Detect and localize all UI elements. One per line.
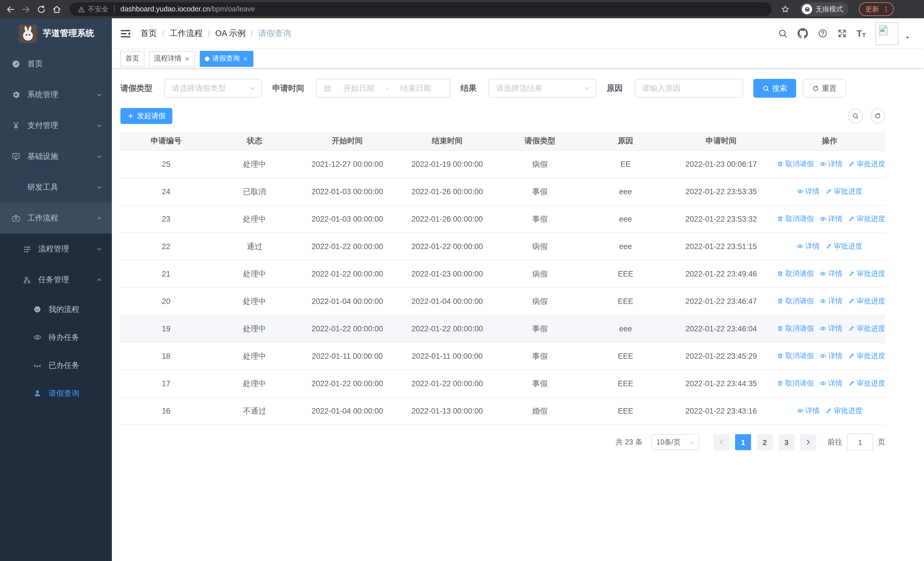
approval-progress-link[interactable]: 审批进度 bbox=[848, 379, 885, 388]
sidebar-item-首页[interactable]: 首页 bbox=[0, 48, 112, 80]
sidebar-item-请假查询[interactable]: 请假查询 bbox=[0, 379, 112, 407]
sidebar-collapse-icon[interactable] bbox=[120, 28, 131, 39]
page-button-3[interactable]: 3 bbox=[778, 434, 795, 450]
reset-button[interactable]: 重置 bbox=[803, 79, 846, 98]
cancel-leave-link[interactable]: 取消请假 bbox=[777, 214, 814, 224]
sidebar-item-支付管理[interactable]: 支付管理 bbox=[0, 110, 112, 141]
detail-link[interactable]: 详情 bbox=[819, 379, 842, 388]
sidebar-item-流程管理[interactable]: 流程管理 bbox=[0, 234, 112, 265]
trash-icon bbox=[777, 353, 784, 359]
refresh-table-button[interactable] bbox=[870, 108, 885, 123]
detail-link[interactable]: 详情 bbox=[819, 324, 842, 334]
tab-流程详情[interactable]: 流程详情 bbox=[149, 51, 195, 66]
detail-link[interactable]: 详情 bbox=[797, 242, 819, 251]
approval-progress-link[interactable]: 审批进度 bbox=[825, 242, 862, 251]
detail-link[interactable]: 详情 bbox=[819, 269, 842, 279]
incognito-icon bbox=[802, 4, 812, 14]
detail-link[interactable]: 详情 bbox=[819, 159, 842, 169]
sidebar-item-待办任务[interactable]: 待办任务 bbox=[0, 323, 112, 351]
cancel-leave-link[interactable]: 取消请假 bbox=[777, 159, 814, 169]
sidebar-item-工作流程[interactable]: 工作流程 bbox=[0, 203, 112, 234]
refresh-icon bbox=[812, 85, 819, 92]
github-icon[interactable] bbox=[797, 28, 808, 39]
breadcrumb-item[interactable]: 工作流程 bbox=[170, 28, 202, 39]
table-row: 23处理中2022-01-03 00:00:002022-01-26 00:00… bbox=[120, 206, 885, 233]
url-bar[interactable]: 不安全 dashboard.yudao.iocoder.cn/bpm/oa/le… bbox=[70, 2, 772, 16]
sidebar-item-任务管理[interactable]: 任务管理 bbox=[0, 265, 112, 295]
column-header: 开始时间 bbox=[297, 136, 397, 146]
font-size-icon[interactable]: TT bbox=[856, 29, 866, 38]
leave-type-label: 请假类型 bbox=[120, 83, 152, 93]
table-row: 17处理中2022-01-22 00:00:002022-01-22 00:00… bbox=[120, 370, 885, 398]
create-leave-button[interactable]: 发起请假 bbox=[120, 108, 172, 124]
action-label: 取消请假 bbox=[785, 296, 814, 306]
result-select[interactable]: 请选择流结果 bbox=[489, 79, 596, 98]
cancel-leave-link[interactable]: 取消请假 bbox=[777, 296, 814, 306]
eye-open-icon bbox=[33, 333, 42, 341]
cancel-leave-link[interactable]: 取消请假 bbox=[777, 269, 814, 279]
detail-link[interactable]: 详情 bbox=[819, 214, 842, 224]
eye-icon bbox=[819, 271, 826, 277]
page-button-1[interactable]: 1 bbox=[735, 434, 751, 450]
approval-progress-link[interactable]: 审批进度 bbox=[848, 324, 885, 334]
sidebar-item-系统管理[interactable]: 系统管理 bbox=[0, 80, 112, 110]
approval-progress-link[interactable]: 审批进度 bbox=[848, 296, 885, 306]
breadcrumb-item[interactable]: OA 示例 bbox=[215, 28, 245, 39]
sidebar-item-已办任务[interactable]: 已办任务 bbox=[0, 351, 112, 379]
approval-progress-link[interactable]: 审批进度 bbox=[848, 214, 885, 224]
help-icon[interactable] bbox=[818, 29, 828, 38]
cancel-leave-link[interactable]: 取消请假 bbox=[777, 379, 814, 388]
security-indicator[interactable]: 不安全 bbox=[78, 4, 108, 14]
search-icon[interactable] bbox=[778, 29, 788, 38]
detail-link[interactable]: 详情 bbox=[797, 406, 819, 416]
sidebar-item-我的流程[interactable]: 我的流程 bbox=[0, 295, 112, 323]
browser-update-button[interactable]: 更新 bbox=[859, 2, 894, 16]
forward-icon[interactable] bbox=[21, 4, 31, 14]
page-button-2[interactable]: 2 bbox=[757, 434, 773, 450]
kebab-menu-icon[interactable] bbox=[882, 5, 890, 13]
reload-icon[interactable] bbox=[36, 4, 46, 14]
goto-page-input[interactable] bbox=[847, 434, 873, 451]
tab-请假查询[interactable]: 请假查询 bbox=[200, 51, 254, 66]
sidebar-item-基础设施[interactable]: 基础设施 bbox=[0, 141, 112, 172]
detail-link[interactable]: 详情 bbox=[819, 351, 842, 361]
approval-progress-link[interactable]: 审批进度 bbox=[848, 159, 885, 169]
chevron-down-icon bbox=[583, 84, 591, 92]
close-icon[interactable] bbox=[243, 56, 248, 62]
tab-首页[interactable]: 首页 bbox=[120, 51, 144, 66]
reason-input[interactable] bbox=[634, 79, 743, 98]
table-cell: 18 bbox=[120, 352, 212, 361]
sidebar-item-label: 请假查询 bbox=[48, 388, 80, 399]
table-cell: 事假 bbox=[497, 351, 583, 361]
detail-link[interactable]: 详情 bbox=[819, 296, 842, 306]
next-page-button[interactable] bbox=[800, 434, 816, 450]
prev-page-button[interactable] bbox=[713, 434, 729, 450]
approval-progress-link[interactable]: 审批进度 bbox=[825, 187, 862, 197]
approval-progress-link[interactable]: 审批进度 bbox=[848, 269, 885, 279]
user-avatar[interactable] bbox=[876, 22, 898, 45]
table-cell: 2022-01-11 00:00:00 bbox=[397, 352, 497, 361]
sidebar-filler bbox=[0, 407, 112, 561]
sidebar-item-研发工具[interactable]: 研发工具 bbox=[0, 172, 112, 203]
detail-link[interactable]: 详情 bbox=[797, 187, 819, 197]
fullscreen-icon[interactable] bbox=[837, 29, 847, 38]
approval-progress-link[interactable]: 审批进度 bbox=[848, 351, 885, 361]
cancel-leave-link[interactable]: 取消请假 bbox=[777, 324, 814, 334]
avatar-caret-icon[interactable] bbox=[904, 35, 910, 40]
search-button[interactable]: 搜索 bbox=[753, 79, 796, 98]
table-row: 16不通过2022-01-04 00:00:002022-01-13 00:00… bbox=[120, 398, 885, 425]
app-logo[interactable]: 芋道管理系统 bbox=[0, 18, 112, 48]
breadcrumb-item[interactable]: 首页 bbox=[140, 28, 157, 39]
back-icon[interactable] bbox=[6, 4, 15, 14]
leave-type-select[interactable]: 请选择请假类型 bbox=[164, 79, 262, 98]
bookmark-star-icon[interactable] bbox=[781, 5, 790, 14]
apply-time-range-picker[interactable]: 开始日期 - 结束日期 bbox=[316, 79, 450, 98]
page-size-select[interactable]: 10条/页 bbox=[651, 434, 699, 450]
show-search-button[interactable] bbox=[848, 108, 863, 123]
url-host: dashboard.yudao.iocoder.cn bbox=[120, 5, 210, 13]
close-icon[interactable] bbox=[184, 56, 190, 62]
cancel-leave-link[interactable]: 取消请假 bbox=[777, 351, 814, 361]
sidebar-item-label: 研发工具 bbox=[27, 182, 58, 193]
approval-progress-link[interactable]: 审批进度 bbox=[825, 406, 862, 416]
home-icon[interactable] bbox=[52, 4, 62, 14]
